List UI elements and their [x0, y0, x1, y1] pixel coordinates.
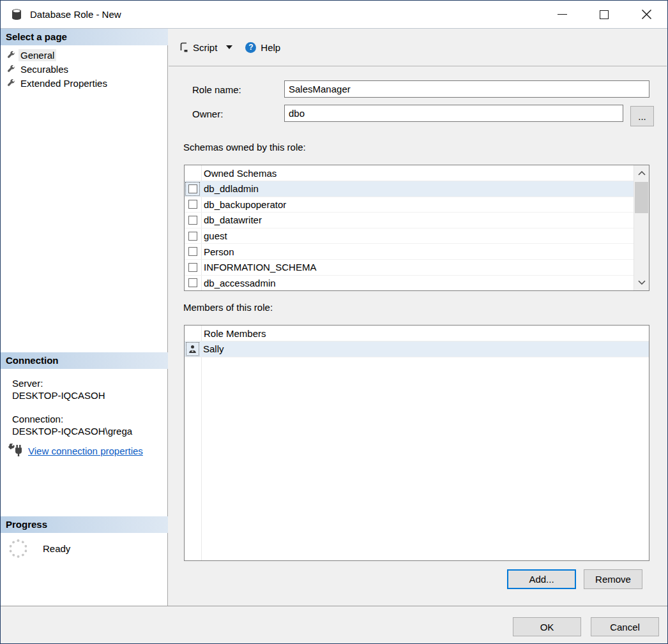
members-section-label: Members of this role:: [183, 302, 273, 313]
schema-name: guest: [204, 230, 227, 241]
ok-button[interactable]: OK: [513, 617, 581, 636]
scrollbar-thumb[interactable]: [635, 182, 648, 213]
schema-row[interactable]: db_accessadmin: [185, 276, 634, 291]
script-icon: [179, 42, 188, 53]
progress-header: Progress: [1, 516, 168, 533]
owner-browse-button[interactable]: ...: [630, 106, 654, 126]
schema-checkbox-cell: [185, 229, 200, 243]
schema-checkbox-cell: [185, 182, 200, 196]
wrench-icon: [6, 64, 16, 74]
sidebar-page-label: General: [19, 49, 56, 61]
dialog-toolbar: Script ? Help: [169, 29, 667, 66]
scroll-down-icon[interactable]: [634, 274, 649, 290]
schema-name: Person: [204, 246, 234, 257]
bottom-bar: OK Cancel: [1, 606, 667, 644]
schema-checkbox[interactable]: [188, 184, 197, 193]
schema-row[interactable]: Person: [185, 244, 634, 260]
progress-row: Ready: [9, 537, 70, 559]
help-button-label: Help: [261, 42, 280, 53]
help-button[interactable]: ? Help: [241, 40, 284, 56]
page-list: GeneralSecurablesExtended Properties: [1, 48, 167, 90]
script-button[interactable]: Script: [176, 40, 236, 56]
role-members-list: Role Members Sally: [184, 325, 649, 561]
schema-checkbox[interactable]: [188, 232, 197, 241]
schema-checkbox-cell: [185, 213, 200, 227]
column-separator: [201, 326, 202, 560]
close-button[interactable]: [625, 1, 667, 28]
owned-schemas-column-header: Owned Schemas: [204, 168, 277, 179]
close-icon: [641, 9, 652, 20]
schema-name: db_accessadmin: [204, 278, 276, 288]
minimize-icon: [558, 14, 567, 15]
progress-spinner-icon: [9, 539, 27, 558]
member-rows: Sally: [185, 341, 649, 357]
wrench-icon: [6, 50, 16, 60]
role-members-header-row: Role Members: [185, 326, 649, 341]
sidebar-page-securables[interactable]: Securables: [1, 62, 167, 76]
wrench-icon: [6, 79, 16, 88]
schema-checkbox[interactable]: [188, 216, 197, 225]
connection-value: DESKTOP-IQCASOH\grega: [12, 425, 132, 437]
connection-properties-icon: [7, 444, 24, 458]
owner-input[interactable]: [284, 105, 623, 122]
script-dropdown-icon[interactable]: [226, 45, 232, 49]
member-name: Sally: [203, 343, 224, 354]
sidebar-page-label: Securables: [19, 63, 70, 75]
schema-row[interactable]: INFORMATION_SCHEMA: [185, 260, 634, 276]
help-icon: ?: [245, 42, 256, 53]
cancel-button[interactable]: Cancel: [591, 617, 659, 636]
schema-name: db_backupoperator: [204, 199, 286, 210]
schema-checkbox-cell: [185, 244, 200, 258]
remove-button[interactable]: Remove: [584, 569, 642, 589]
sidebar-page-extended-properties[interactable]: Extended Properties: [1, 76, 167, 90]
role-name-input[interactable]: [284, 80, 649, 98]
titlebar: Database Role - New: [1, 1, 667, 29]
schema-checkbox[interactable]: [188, 247, 197, 256]
schema-name: db_datawriter: [204, 214, 262, 225]
role-members-column-header: Role Members: [204, 328, 266, 339]
schema-name: db_ddladmin: [204, 183, 259, 194]
sidebar-page-general[interactable]: General: [1, 48, 167, 62]
schema-row[interactable]: db_backupoperator: [185, 197, 634, 213]
schema-row[interactable]: guest: [185, 228, 634, 244]
owned-schemas-list: Owned Schemas db_ddladmindb_backupoperat…: [184, 165, 649, 291]
role-name-label: Role name:: [192, 84, 241, 95]
schema-checkbox[interactable]: [188, 278, 197, 287]
schema-row[interactable]: db_datawriter: [185, 213, 634, 228]
schema-name: INFORMATION_SCHEMA: [204, 262, 316, 273]
minimize-button[interactable]: [541, 1, 583, 28]
server-label: Server:: [12, 377, 43, 389]
schema-checkbox[interactable]: [188, 200, 197, 209]
schemas-section-label: Schemas owned by this role:: [183, 142, 306, 153]
window-controls: [541, 1, 667, 28]
connection-label: Connection:: [12, 413, 63, 425]
schema-rows: db_ddladmindb_backupoperatordb_datawrite…: [185, 181, 634, 291]
maximize-button[interactable]: [583, 1, 625, 28]
schema-row[interactable]: db_ddladmin: [185, 181, 634, 197]
owner-label: Owner:: [192, 109, 223, 119]
maximize-icon: [600, 10, 609, 19]
window-title: Database Role - New: [30, 9, 121, 20]
view-connection-properties-link[interactable]: View connection properties: [28, 446, 143, 456]
user-icon: [188, 345, 197, 354]
select-a-page-header: Select a page: [1, 29, 168, 45]
owned-schemas-header-row: Owned Schemas: [185, 165, 649, 181]
member-row[interactable]: Sally: [185, 341, 649, 357]
scroll-up-icon[interactable]: [634, 165, 649, 181]
schema-checkbox-cell: [185, 260, 200, 274]
server-value: DESKTOP-IQCASOH: [12, 389, 105, 401]
schema-checkbox-cell: [185, 197, 200, 211]
member-icon-cell: [186, 342, 199, 356]
database-icon: [10, 8, 24, 22]
database-role-dialog: Database Role - New Select a page Genera…: [0, 0, 668, 644]
sidebar-page-label: Extended Properties: [19, 77, 109, 89]
schemas-scrollbar[interactable]: [634, 165, 649, 290]
connection-header: Connection: [1, 352, 168, 369]
script-button-label: Script: [193, 42, 217, 53]
schema-checkbox-cell: [185, 276, 200, 290]
add-button[interactable]: Add...: [507, 569, 576, 589]
sidebar: Select a page GeneralSecurablesExtended …: [1, 29, 168, 606]
schema-checkbox[interactable]: [188, 263, 197, 272]
progress-status: Ready: [43, 543, 70, 554]
